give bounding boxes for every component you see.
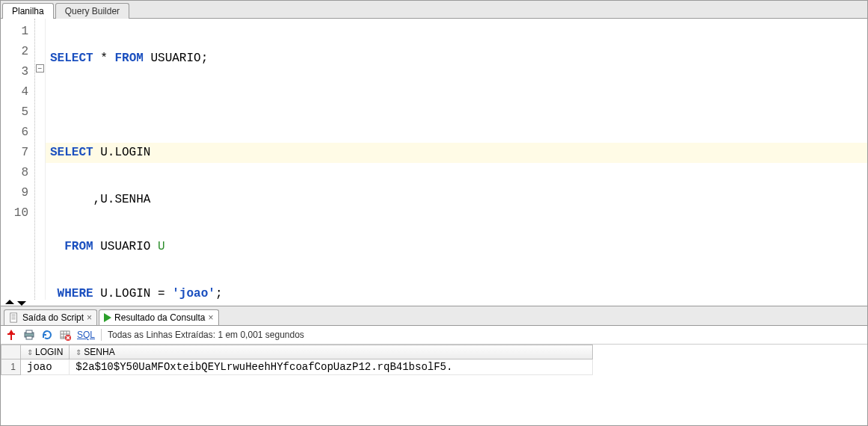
line-number: 5 (1, 102, 31, 123)
svg-rect-0 (10, 313, 17, 322)
cell-login[interactable]: joao (21, 359, 70, 375)
tab-script-output[interactable]: Saída do Script (4, 309, 97, 325)
fetch-status-text: Todas as Linhas Extraídas: 1 em 0,001 se… (108, 330, 304, 340)
tab-query-builder[interactable]: Query Builder (55, 3, 129, 19)
code-line: WHERE U.LOGIN = 'joao'; (50, 284, 863, 300)
svg-rect-3 (26, 336, 32, 339)
document-icon (9, 312, 19, 323)
vertical-splitter[interactable] (1, 300, 867, 306)
tab-planilha[interactable]: Planilha (2, 3, 54, 19)
code-line (50, 96, 863, 116)
table-row[interactable]: 1 joao $2a$10$Y50UaMFOxteibQEYLrwuHeehHY… (1, 359, 593, 375)
code-line: SELECT * FROM USUARIO; (50, 49, 863, 69)
pin-icon[interactable] (5, 329, 17, 341)
line-number-gutter: 1 2 3 4 5 6 7 8 9 10 (1, 19, 35, 300)
code-area[interactable]: SELECT * FROM USUARIO; SELECT U.LOGIN ,U… (46, 19, 867, 300)
code-line-highlighted: SELECT U.LOGIN (46, 143, 867, 163)
results-tabs: Saída do Script Resultado da Consulta (1, 306, 867, 326)
result-table: ⇕LOGIN ⇕SENHA 1 joao $2a$10$Y50UaMFOxtei… (1, 345, 593, 375)
tab-label: Saída do Script (22, 312, 84, 323)
tab-query-result[interactable]: Resultado da Consulta (99, 309, 218, 325)
sql-editor[interactable]: 1 2 3 4 5 6 7 8 9 10 − SELECT * FROM USU… (1, 19, 867, 300)
line-number: 7 (1, 143, 31, 163)
line-number: 3 (1, 62, 31, 82)
column-header-login[interactable]: ⇕LOGIN (21, 345, 70, 359)
close-icon[interactable] (87, 312, 92, 323)
line-number: 8 (1, 163, 31, 183)
svg-rect-2 (26, 330, 32, 333)
code-line: ,U.SENHA (50, 190, 863, 210)
line-number: 2 (1, 42, 31, 62)
line-number: 6 (1, 123, 31, 143)
results-toolbar: SQL Todas as Linhas Extraídas: 1 em 0,00… (1, 326, 867, 345)
line-number: 4 (1, 82, 31, 102)
row-number-header[interactable] (1, 345, 21, 359)
editor-top-tabs: Planilha Query Builder (1, 1, 867, 19)
code-line: FROM USUARIO U (50, 237, 863, 257)
fold-toggle-icon[interactable]: − (36, 64, 44, 72)
line-number: 1 (1, 22, 31, 42)
line-number: 10 (1, 203, 31, 223)
play-icon (104, 313, 111, 322)
sql-link[interactable]: SQL (77, 330, 95, 340)
column-header-senha[interactable]: ⇕SENHA (70, 345, 593, 359)
delete-row-icon[interactable] (59, 329, 71, 341)
row-number: 1 (1, 359, 21, 375)
close-icon[interactable] (209, 312, 214, 323)
separator (101, 329, 102, 341)
result-grid[interactable]: ⇕LOGIN ⇕SENHA 1 joao $2a$10$Y50UaMFOxtei… (1, 345, 867, 425)
tab-label: Resultado da Consulta (114, 312, 205, 323)
refresh-icon[interactable] (41, 329, 53, 341)
sort-icon: ⇕ (76, 348, 81, 356)
table-header-row: ⇕LOGIN ⇕SENHA (1, 345, 593, 359)
results-panel: Saída do Script Resultado da Consulta SQ… (1, 306, 867, 425)
fold-gutter: − (35, 19, 46, 300)
line-number: 9 (1, 183, 31, 203)
cell-senha[interactable]: $2a$10$Y50UaMFOxteibQEYLrwuHeehHYfcoafCo… (70, 359, 593, 375)
sort-icon: ⇕ (27, 348, 33, 356)
printer-icon[interactable] (23, 329, 35, 341)
